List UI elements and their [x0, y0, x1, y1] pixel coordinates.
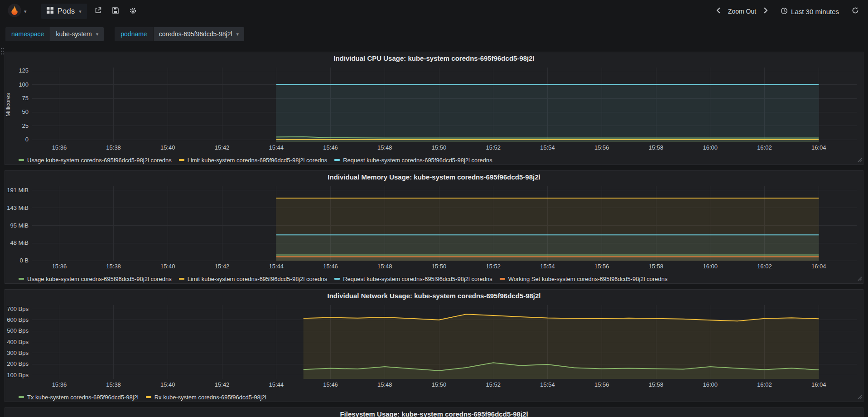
legend-item[interactable]: Limit kube-system coredns-695f96dcd5-98j…	[179, 276, 328, 282]
legend-series-label: Limit kube-system coredns-695f96dcd5-98j…	[188, 276, 328, 282]
legend-series-label: Tx kube-system coredns-695f96dcd5-98j2l	[27, 394, 139, 401]
svg-text:25: 25	[22, 122, 29, 129]
svg-text:15:54: 15:54	[540, 381, 555, 388]
panel-title[interactable]: Filesystem Usage: kube-system coredns-69…	[5, 408, 863, 417]
svg-text:15:36: 15:36	[52, 381, 67, 388]
svg-text:15:48: 15:48	[377, 144, 392, 151]
namespace-value: kube-system	[56, 30, 92, 38]
legend-item[interactable]: Request kube-system coredns-695f96dcd5-9…	[334, 157, 492, 164]
gear-icon	[129, 7, 137, 16]
cpu-usage-legend: Usage kube-system coredns-695f96dcd5-98j…	[5, 155, 863, 165]
legend-item[interactable]: Rx kube-system coredns-695f96dcd5-98j2l	[146, 394, 266, 401]
legend-series-label: Request kube-system coredns-695f96dcd5-9…	[343, 276, 492, 282]
svg-text:75: 75	[22, 95, 29, 102]
panel-resize-handle[interactable]	[857, 393, 862, 401]
podname-dropdown[interactable]: coredns-695f96dcd5-98j2l ▾	[153, 27, 244, 41]
grafana-menu-button[interactable]: ▾	[5, 1, 29, 21]
time-range-label: Last 30 minutes	[791, 8, 839, 15]
svg-text:15:46: 15:46	[323, 144, 338, 151]
svg-text:700 Bps: 700 Bps	[7, 305, 29, 312]
top-navbar: ▾ Pods ▾	[0, 0, 868, 23]
svg-text:Millicores: Millicores	[5, 93, 11, 116]
memory-usage-legend: Usage kube-system coredns-695f96dcd5-98j…	[5, 274, 863, 283]
legend-item[interactable]: Usage kube-system coredns-695f96dcd5-98j…	[19, 276, 172, 282]
panel-cpu-usage: Individual CPU Usage: kube-system coredn…	[5, 52, 863, 165]
legend-item[interactable]: Usage kube-system coredns-695f96dcd5-98j…	[19, 157, 172, 164]
svg-text:0 B: 0 B	[19, 257, 29, 264]
legend-color-swatch	[19, 396, 24, 398]
svg-text:15:54: 15:54	[540, 263, 555, 270]
svg-text:16:04: 16:04	[811, 144, 826, 151]
row-drag-handle[interactable]	[0, 47, 4, 58]
legend-item[interactable]: Tx kube-system coredns-695f96dcd5-98j2l	[19, 394, 139, 401]
panel-title[interactable]: Individual Memory Usage: kube-system cor…	[5, 171, 863, 184]
svg-text:16:00: 16:00	[703, 381, 718, 388]
panel-resize-handle[interactable]	[857, 274, 862, 282]
svg-text:15:44: 15:44	[269, 263, 284, 270]
dashboard-title: Pods	[58, 7, 75, 16]
legend-color-swatch	[500, 278, 505, 280]
svg-text:15:58: 15:58	[649, 263, 664, 270]
svg-text:16:04: 16:04	[811, 263, 826, 270]
svg-text:15:56: 15:56	[594, 381, 609, 388]
zoom-out-button[interactable]: Zoom Out	[724, 5, 760, 18]
svg-text:300 Bps: 300 Bps	[7, 349, 29, 356]
svg-text:15:38: 15:38	[106, 381, 121, 388]
svg-text:16:00: 16:00	[703, 144, 718, 151]
svg-text:15:38: 15:38	[106, 144, 121, 151]
legend-item[interactable]: Limit kube-system coredns-695f96dcd5-98j…	[179, 157, 328, 164]
namespace-dropdown[interactable]: kube-system ▾	[50, 27, 104, 41]
svg-text:15:58: 15:58	[649, 381, 664, 388]
legend-series-label: Rx kube-system coredns-695f96dcd5-98j2l	[154, 394, 266, 401]
variable-podname-label: podname	[115, 27, 153, 41]
svg-text:15:48: 15:48	[377, 381, 392, 388]
svg-text:0: 0	[25, 136, 29, 143]
svg-text:15:46: 15:46	[323, 263, 338, 270]
variable-podname: podname coredns-695f96dcd5-98j2l ▾	[115, 27, 244, 41]
panel-network-usage: Individual Network Usage: kube-system co…	[5, 289, 863, 402]
svg-text:600 Bps: 600 Bps	[7, 316, 29, 323]
svg-text:125: 125	[19, 67, 29, 74]
cpu-usage-chart[interactable]: 025507510012515:3615:3815:4015:4215:4415…	[5, 65, 863, 155]
svg-text:16:04: 16:04	[811, 381, 826, 388]
legend-color-swatch	[179, 278, 184, 280]
clock-icon	[781, 7, 788, 16]
share-icon	[94, 7, 102, 16]
legend-series-label: Request kube-system coredns-695f96dcd5-9…	[343, 157, 492, 164]
svg-text:15:50: 15:50	[432, 144, 447, 151]
chevron-left-icon	[716, 7, 721, 15]
svg-text:15:42: 15:42	[215, 144, 230, 151]
svg-text:143 MiB: 143 MiB	[7, 204, 29, 211]
settings-button[interactable]	[126, 4, 140, 19]
legend-series-label: Working Set kube-system coredns-695f96dc…	[508, 276, 668, 282]
time-shift-forward-button[interactable]	[762, 5, 770, 18]
legend-series-label: Usage kube-system coredns-695f96dcd5-98j…	[27, 157, 172, 164]
memory-usage-chart[interactable]: 0 B48 MiB95 MiB143 MiB191 MiB15:3615:381…	[5, 184, 863, 274]
svg-text:15:50: 15:50	[432, 381, 447, 388]
time-range-picker-button[interactable]: Last 30 minutes	[776, 5, 844, 19]
svg-text:16:02: 16:02	[757, 381, 772, 388]
save-button[interactable]	[109, 4, 122, 19]
legend-series-label: Usage kube-system coredns-695f96dcd5-98j…	[27, 276, 172, 282]
network-usage-chart[interactable]: 100 Bps200 Bps300 Bps400 Bps500 Bps600 B…	[5, 302, 863, 393]
share-button[interactable]	[92, 4, 105, 19]
legend-color-swatch	[146, 396, 151, 398]
legend-color-swatch	[179, 159, 184, 161]
grafana-logo-icon	[7, 3, 22, 19]
svg-text:15:46: 15:46	[323, 381, 338, 388]
legend-color-swatch	[334, 278, 340, 280]
panel-title[interactable]: Individual CPU Usage: kube-system coredn…	[5, 52, 863, 65]
caret-down-icon: ▾	[24, 9, 27, 15]
dashboard-picker-button[interactable]: Pods ▾	[41, 4, 87, 19]
time-shift-back-button[interactable]	[714, 5, 723, 18]
refresh-icon	[852, 7, 859, 16]
panel-resize-handle[interactable]	[857, 155, 862, 164]
svg-text:15:38: 15:38	[106, 263, 121, 270]
dashboard-grid-icon	[47, 7, 53, 16]
legend-item[interactable]: Request kube-system coredns-695f96dcd5-9…	[334, 276, 492, 282]
refresh-button[interactable]	[849, 4, 862, 19]
panel-title[interactable]: Individual Network Usage: kube-system co…	[5, 290, 863, 302]
svg-text:15:44: 15:44	[269, 144, 284, 151]
svg-text:15:40: 15:40	[160, 263, 175, 270]
legend-item[interactable]: Working Set kube-system coredns-695f96dc…	[500, 276, 668, 282]
